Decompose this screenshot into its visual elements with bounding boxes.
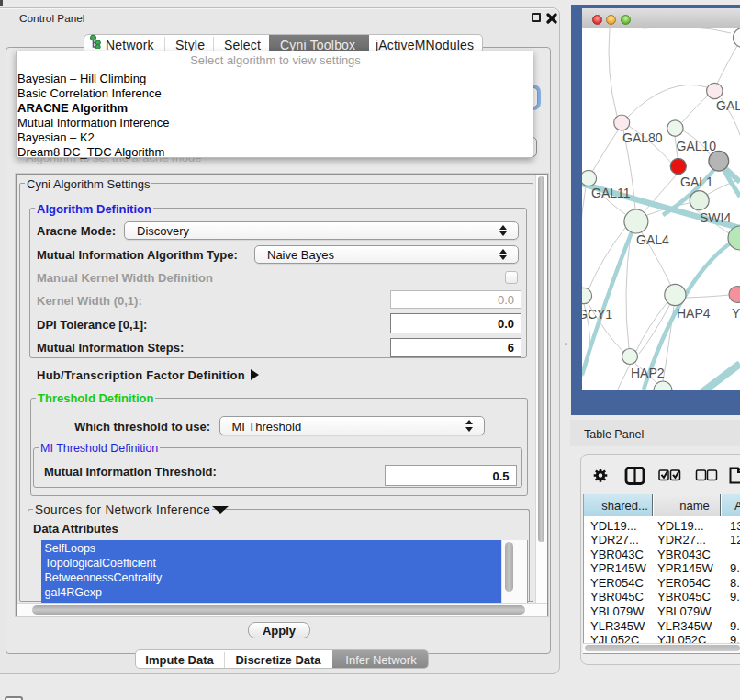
svg-text:GAL1: GAL1 [680, 175, 713, 189]
svg-text:GAL7: GAL7 [716, 98, 740, 113]
svg-text:HAP4: HAP4 [677, 306, 711, 321]
svg-text:GAL11: GAL11 [591, 186, 631, 200]
svg-text:GAL10: GAL10 [677, 139, 717, 153]
svg-text:GAL80: GAL80 [622, 130, 663, 145]
svg-text:GCY1: GCY1 [582, 307, 612, 322]
svg-text:SWI4: SWI4 [700, 210, 731, 225]
svg-text:YB: YB [732, 306, 740, 321]
svg-text:GAL4: GAL4 [636, 232, 669, 247]
svg-text:HAP2: HAP2 [631, 366, 665, 380]
